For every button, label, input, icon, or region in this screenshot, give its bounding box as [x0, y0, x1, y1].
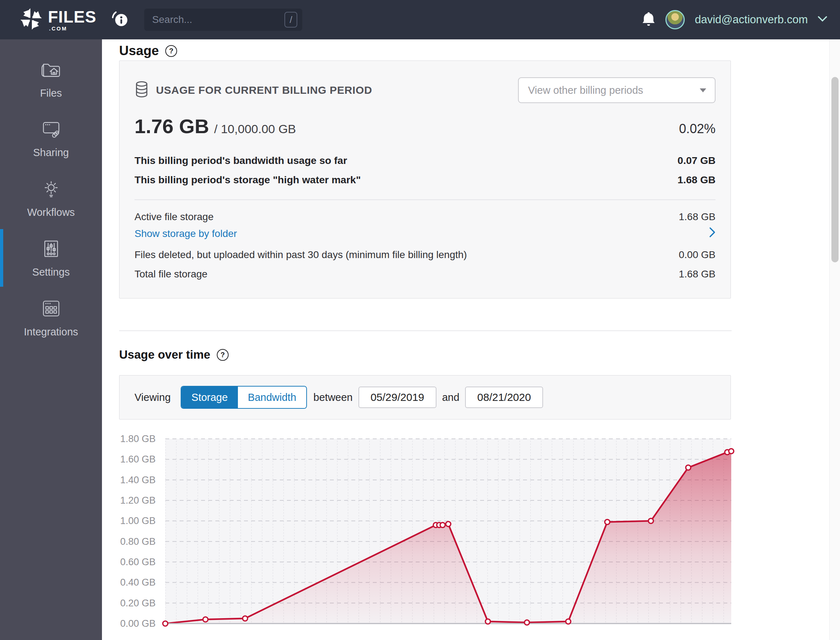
- billing-period-select-value: View other billing periods: [528, 85, 643, 96]
- storage-area-chart[interactable]: [165, 438, 731, 631]
- pinwheel-logo-icon: [19, 7, 43, 32]
- sidebar-item-settings[interactable]: Settings: [0, 228, 102, 288]
- row-label: Files deleted, but uploaded within past …: [134, 249, 467, 261]
- usage-card-title: USAGE FOR CURRENT BILLING PERIOD: [156, 84, 372, 96]
- row-label: This billing period's bandwidth usage so…: [134, 155, 347, 166]
- sidebar-item-files[interactable]: Files: [0, 49, 102, 109]
- row-label: Active file storage: [134, 211, 214, 222]
- row-value: 1.68 GB: [677, 174, 715, 186]
- start-date-value: 05/29/2019: [370, 391, 424, 403]
- y-axis-tick-label: 0.40 GB: [120, 577, 156, 588]
- workflows-gear-icon: [40, 178, 62, 201]
- used-amount: 1.76 GB: [134, 115, 209, 138]
- between-label: between: [313, 392, 353, 403]
- y-axis-tick-label: 0.60 GB: [120, 557, 156, 568]
- end-date-input[interactable]: 08/21/2020: [465, 387, 543, 408]
- sidebar-item-sharing[interactable]: Sharing: [0, 109, 102, 168]
- select-caret-icon: [700, 88, 706, 92]
- y-axis-tick-label: 1.40 GB: [120, 474, 156, 485]
- y-axis-tick-label: 1.00 GB: [120, 515, 156, 526]
- chart-y-axis: 1.80 GB1.60 GB1.40 GB1.20 GB1.00 GB0.80 …: [119, 433, 165, 640]
- usage-over-time-help-icon[interactable]: ?: [217, 349, 228, 361]
- sidebar-item-integrations[interactable]: Integrations: [0, 288, 102, 347]
- brand-suffix: .COM: [49, 26, 67, 31]
- bandwidth-usage-row: This billing period's bandwidth usage so…: [134, 155, 715, 166]
- y-axis-tick-label: 1.20 GB: [120, 495, 156, 506]
- search-placeholder: Search...: [152, 14, 192, 26]
- usage-summary-row: 1.76 GB / 10,000.00 GB 0.02%: [134, 115, 715, 138]
- scrollbar-track[interactable]: [829, 39, 840, 640]
- files-logo[interactable]: FILES .COM: [19, 7, 96, 32]
- y-axis-tick-label: 1.80 GB: [120, 434, 156, 445]
- user-menu-chevron-icon[interactable]: [818, 16, 827, 24]
- card-divider: [134, 199, 715, 200]
- usage-over-time-chart: 1.80 GB1.60 GB1.40 GB1.20 GB1.00 GB0.80 …: [119, 433, 731, 640]
- sidebar-item-label: Files: [40, 87, 62, 99]
- main-content: Usage ? USAGE FOR CURRENT BILLING PERIOD: [102, 39, 829, 640]
- row-value: 0.07 GB: [677, 155, 715, 166]
- user-email[interactable]: david@actionverb.com: [695, 13, 808, 26]
- database-icon: [134, 80, 149, 100]
- scrollbar-thumb[interactable]: [831, 77, 838, 262]
- top-navbar: FILES .COM Search... /: [0, 0, 840, 39]
- quota-amount: / 10,000.00 GB: [214, 122, 296, 136]
- deleted-files-row: Files deleted, but uploaded within past …: [134, 249, 715, 261]
- row-value: 1.68 GB: [679, 211, 715, 222]
- sidebar-item-label: Integrations: [24, 326, 78, 338]
- integrations-grid-icon: [40, 298, 62, 321]
- sidebar-item-label: Sharing: [33, 147, 69, 158]
- files-folder-icon: [40, 58, 62, 82]
- search-shortcut-badge: /: [284, 12, 297, 27]
- storage-by-folder-row: Show storage by folder: [134, 227, 715, 240]
- row-value: 0.00 GB: [679, 249, 715, 261]
- usage-card: USAGE FOR CURRENT BILLING PERIOD View ot…: [119, 61, 731, 299]
- total-storage-row: Total file storage 1.68 GB: [134, 269, 715, 280]
- usage-heading: Usage: [119, 43, 159, 58]
- high-water-mark-row: This billing period's storage "high wate…: [134, 174, 715, 186]
- active-item-indicator: [0, 229, 3, 287]
- usage-card-header: USAGE FOR CURRENT BILLING PERIOD View ot…: [134, 77, 715, 104]
- storage-bandwidth-toggle: Storage Bandwidth: [180, 386, 307, 409]
- sidebar-item-workflows[interactable]: Workflows: [0, 168, 102, 228]
- end-date-value: 08/21/2020: [477, 391, 531, 403]
- navbar-right-group: david@actionverb.com: [642, 10, 840, 29]
- y-axis-tick-label: 0.80 GB: [120, 536, 156, 547]
- billing-period-select[interactable]: View other billing periods: [518, 77, 715, 103]
- user-avatar[interactable]: [666, 10, 685, 29]
- and-label: and: [442, 392, 459, 403]
- used-percent: 0.02%: [679, 122, 715, 136]
- usage-help-icon[interactable]: ?: [165, 45, 177, 57]
- section-divider: [119, 330, 731, 331]
- y-axis-tick-label: 1.60 GB: [120, 454, 156, 465]
- app-root: FILES .COM Search... /: [0, 0, 840, 640]
- brand-name: FILES: [48, 9, 96, 25]
- chevron-right-icon[interactable]: [709, 227, 715, 240]
- y-axis-tick-label: 0.00 GB: [120, 618, 156, 629]
- start-date-input[interactable]: 05/29/2019: [358, 387, 436, 408]
- sidebar-nav: Files Sharing: [0, 39, 102, 640]
- sharing-link-icon: [40, 118, 62, 141]
- row-label: This billing period's storage "high wate…: [134, 174, 361, 186]
- y-axis-tick-label: 0.20 GB: [120, 597, 156, 608]
- usage-over-time-heading: Usage over time: [119, 348, 210, 362]
- chart-controls-bar: Viewing Storage Bandwidth between 05/29/…: [119, 375, 731, 419]
- usage-over-time-header: Usage over time ?: [119, 347, 228, 363]
- sidebar-item-label: Settings: [32, 266, 70, 278]
- notifications-bell-icon[interactable]: [642, 11, 655, 28]
- help-info-icon[interactable]: [111, 10, 128, 29]
- show-storage-by-folder-link[interactable]: Show storage by folder: [134, 228, 237, 240]
- viewing-label: Viewing: [134, 392, 171, 403]
- search-input[interactable]: Search... /: [144, 9, 302, 31]
- active-storage-row: Active file storage 1.68 GB: [134, 211, 715, 222]
- toggle-storage-button[interactable]: Storage: [181, 387, 238, 408]
- row-label: Total file storage: [134, 269, 208, 280]
- row-value: 1.68 GB: [679, 269, 715, 280]
- settings-sliders-icon: [40, 238, 62, 261]
- usage-section-header: Usage ?: [119, 42, 177, 59]
- toggle-bandwidth-button[interactable]: Bandwidth: [238, 387, 306, 408]
- sidebar-item-label: Workflows: [27, 206, 75, 218]
